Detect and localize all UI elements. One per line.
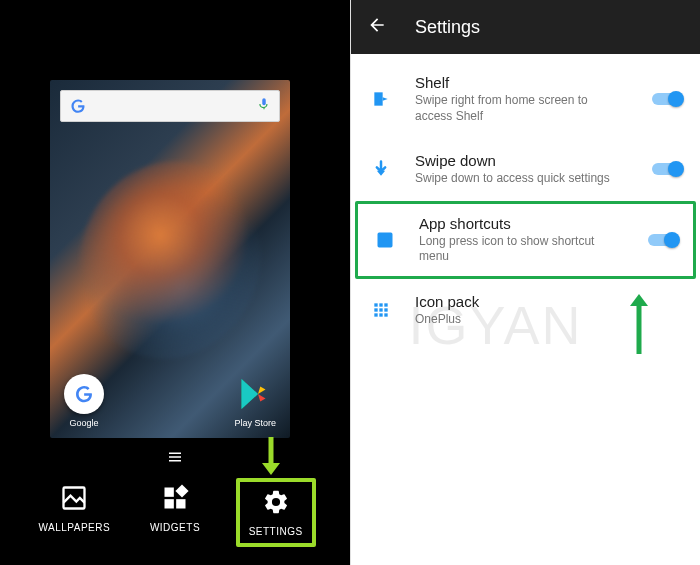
widgets-label: WIDGETS	[150, 522, 200, 533]
svg-rect-8	[164, 499, 173, 508]
setting-shelf[interactable]: Shelf Swipe right from home screen to ac…	[351, 60, 700, 138]
svg-rect-18	[374, 314, 377, 317]
grid-icon	[369, 300, 393, 320]
widgets-button[interactable]: WIDGETS	[135, 478, 215, 547]
app-play-store[interactable]: Play Store	[234, 374, 276, 428]
wallpapers-label: WALLPAPERS	[38, 522, 110, 533]
wallpaper-art	[51, 135, 289, 385]
setting-title: App shortcuts	[419, 215, 624, 232]
svg-rect-16	[379, 309, 382, 312]
back-button[interactable]	[367, 15, 387, 39]
annotation-arrow-down	[260, 435, 282, 479]
gear-icon	[262, 488, 290, 520]
setting-title: Shelf	[415, 74, 628, 91]
setting-app-shortcuts[interactable]: App shortcuts Long press icon to show sh…	[355, 201, 696, 279]
app-google[interactable]: Google	[64, 374, 104, 428]
page-title: Settings	[415, 17, 480, 38]
svg-rect-14	[384, 304, 387, 307]
google-g-icon	[69, 97, 87, 115]
launcher-bottom-bar: WALLPAPERS WIDGETS SETTINGS	[0, 478, 350, 547]
svg-rect-20	[384, 314, 387, 317]
app-label: Google	[69, 418, 98, 428]
svg-rect-19	[379, 314, 382, 317]
setting-subtitle: Long press icon to show shortcut menu	[419, 234, 624, 265]
setting-title: Swipe down	[415, 152, 628, 169]
app-bar: Settings	[351, 0, 700, 54]
app-label: Play Store	[234, 418, 276, 428]
arrow-down-icon	[369, 159, 393, 179]
svg-rect-1	[169, 456, 181, 458]
voice-search-icon[interactable]	[257, 96, 271, 116]
svg-rect-0	[169, 453, 181, 455]
svg-rect-9	[175, 484, 188, 497]
svg-rect-2	[169, 460, 181, 462]
svg-rect-7	[176, 499, 185, 508]
svg-rect-12	[374, 304, 377, 307]
shelf-icon	[369, 89, 393, 109]
widgets-icon	[161, 484, 189, 516]
drawer-handle-icon[interactable]	[166, 448, 184, 469]
svg-marker-4	[262, 463, 280, 475]
home-screen-preview[interactable]: Google Play Store	[50, 80, 290, 438]
toggle-switch[interactable]	[646, 231, 680, 249]
settings-panel: Settings IGYAN Shelf Swipe right from ho…	[350, 0, 700, 565]
settings-label: SETTINGS	[249, 526, 303, 537]
settings-list: IGYAN Shelf Swipe right from home screen…	[351, 54, 700, 342]
wallpapers-button[interactable]: WALLPAPERS	[34, 478, 114, 547]
svg-marker-10	[377, 171, 385, 176]
setting-subtitle: Swipe down to access quick settings	[415, 171, 628, 187]
launcher-edit-panel: Google Play Store WALLPAPERS	[0, 0, 350, 565]
setting-subtitle: Swipe right from home screen to access S…	[415, 93, 628, 124]
google-search-bar[interactable]	[60, 90, 280, 122]
open-in-new-icon	[373, 230, 397, 250]
svg-rect-15	[374, 309, 377, 312]
wallpapers-icon	[60, 484, 88, 516]
svg-rect-6	[164, 488, 173, 497]
svg-rect-13	[379, 304, 382, 307]
annotation-arrow-up	[628, 294, 650, 358]
toggle-switch[interactable]	[650, 160, 684, 178]
settings-button[interactable]: SETTINGS	[236, 478, 316, 547]
setting-swipe-down[interactable]: Swipe down Swipe down to access quick se…	[351, 138, 700, 201]
svg-rect-17	[384, 309, 387, 312]
toggle-switch[interactable]	[650, 90, 684, 108]
